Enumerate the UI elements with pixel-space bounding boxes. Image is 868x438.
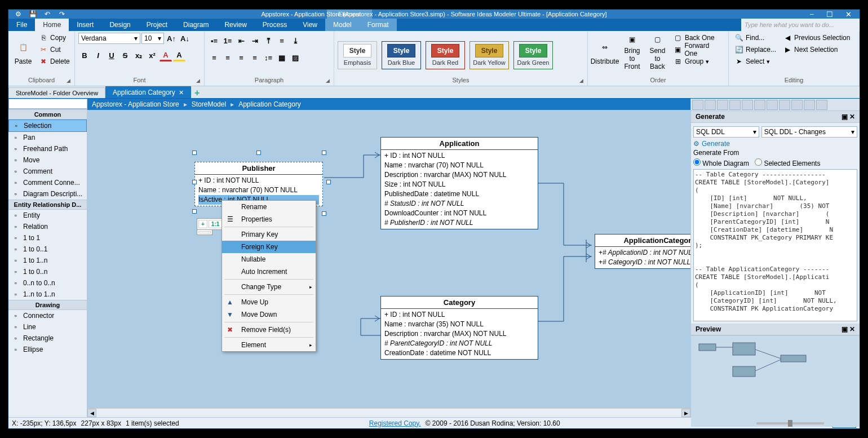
style-dark-yellow[interactable]: StyleDark Yellow (470, 41, 509, 69)
menu-view[interactable]: View (295, 19, 325, 31)
align-center-button[interactable]: ≡ (222, 51, 234, 64)
replace-button[interactable]: 🔄Replace... (732, 44, 778, 55)
radio-selected-elements[interactable]: Selected Elements (755, 158, 820, 167)
entity-application[interactable]: Application + ID : int NOT NULLName : nv… (380, 137, 538, 229)
menu-model[interactable]: Model (325, 19, 360, 31)
distribute-button[interactable]: ⇔Distribute (591, 32, 618, 72)
menu-format[interactable]: Format (360, 19, 397, 31)
toolbox-search-input[interactable] (8, 99, 87, 109)
entity-row[interactable]: PublishedDate : datetime NULL (384, 189, 534, 199)
ctx-properties[interactable]: ☰Properties (222, 213, 316, 225)
valign-bot-button[interactable]: ⤓ (289, 34, 302, 47)
tool-pan[interactable]: ▫Pan (8, 132, 87, 143)
tool-1-n-to-1-n[interactable]: ▫1..n to 1..n (8, 289, 87, 300)
entity-row[interactable]: # StatusID : int NOT NULL (384, 199, 534, 209)
ctx-move-down[interactable]: ▼Move Down (222, 308, 316, 321)
menu-diagram[interactable]: Diagram (175, 19, 216, 31)
tool-comment[interactable]: ▫Comment (8, 166, 87, 177)
ctx-remove-fields[interactable]: ✖Remove Field(s) (222, 324, 316, 336)
undo-icon[interactable]: ↶ (42, 10, 52, 18)
entity-row[interactable]: DownloadCounter : int NOT NULL (384, 209, 534, 218)
add-tab-button[interactable]: + (191, 88, 203, 98)
breadcrumb-item[interactable]: Application Category (238, 100, 301, 108)
bullets-button[interactable]: •≡ (208, 34, 220, 47)
ctx-move-up[interactable]: ▲Move Up (222, 296, 316, 308)
highlight-button[interactable]: A (173, 49, 185, 61)
menu-review[interactable]: Review (216, 19, 254, 31)
entity-row[interactable]: Size : int NOT NULL (384, 180, 534, 189)
next-selection-button[interactable]: ▶Next Selection (781, 44, 852, 55)
font-name-combo[interactable]: Verdana▾ (78, 33, 140, 44)
relationship-cardinality[interactable]: + 1:1 (197, 218, 224, 230)
entity-category[interactable]: Category + ID : int NOT NULLName : nvarc… (380, 296, 538, 360)
generate-mode-combo[interactable]: SQL DDL - Changes▾ (761, 126, 857, 138)
find-button[interactable]: 🔍Find... (732, 32, 778, 43)
entity-row[interactable]: Description : nvarchar (MAX) NOT NULL (384, 170, 534, 180)
tool-ellipse[interactable]: ▫Ellipse (8, 344, 87, 355)
tool-freehand-path[interactable]: ▫Freehand Path (8, 143, 87, 154)
breadcrumb-item[interactable]: Appstorex - Application Store (92, 100, 179, 108)
valign-mid-button[interactable]: ≡ (276, 34, 288, 47)
paragraph-launcher[interactable]: ◢ (326, 78, 333, 85)
rp-btn-4[interactable] (729, 100, 741, 110)
generate-link[interactable]: ⚙Generate (693, 139, 857, 149)
radio-whole-diagram[interactable]: Whole Diagram (693, 158, 749, 167)
rp-btn-3[interactable] (717, 100, 728, 110)
numbering-button[interactable]: 1≡ (222, 34, 234, 47)
selection-handle[interactable] (322, 211, 326, 216)
doctab-storemodel[interactable]: StoreModel - Folder Overview (8, 87, 105, 98)
borders-button[interactable]: ▦ (276, 51, 288, 64)
rp-btn-9[interactable] (791, 100, 803, 110)
maximize-button[interactable]: ☐ (826, 10, 833, 19)
style-dark-red[interactable]: StyleDark Red (426, 41, 465, 69)
paste-button[interactable]: 📋 Paste (12, 32, 34, 72)
doctab-appcategory[interactable]: Application Category ✕ (105, 86, 191, 98)
bold-button[interactable]: B (78, 49, 91, 61)
generate-type-combo[interactable]: SQL DDL▾ (693, 126, 759, 138)
align-right-button[interactable]: ≡ (235, 51, 247, 64)
copy-button[interactable]: ⎘Copy (37, 32, 72, 43)
tool-selection[interactable]: ▫Selection (8, 120, 87, 132)
prev-selection-button[interactable]: ◀Previous Selection (781, 32, 852, 43)
tool-entity[interactable]: ▫Entity (8, 210, 87, 221)
tool-move[interactable]: ▫Move (8, 154, 87, 166)
tool-rectangle[interactable]: ▫Rectangle (8, 333, 87, 344)
preview-panel-header[interactable]: Preview▣ ✕ (691, 324, 860, 335)
grow-font-button[interactable]: A↑ (165, 32, 178, 45)
tool-1-to-0-1[interactable]: ▫1 to 0..1 (8, 244, 87, 255)
entity-row[interactable]: Name : nvarchar (70) NOT NULL (198, 185, 319, 195)
ctx-nullable[interactable]: Nullable (222, 253, 316, 266)
entity-row[interactable]: # PublisherID : int NOT NULL (384, 218, 534, 228)
registered-copy-link[interactable]: Registered Copy. (369, 419, 421, 427)
tell-me-search[interactable]: Type here what you want to do... (741, 19, 860, 31)
entity-row[interactable]: Description : nvarchar (MAX) NOT NULL (384, 329, 534, 339)
align-left-button[interactable]: ≡ (208, 51, 220, 64)
indent-button[interactable]: ⇥ (249, 34, 261, 47)
generated-code-box[interactable]: -- Table Category ----------------- CREA… (693, 169, 857, 321)
canvas-hscrollbar[interactable]: ◀ ▶ (87, 408, 690, 417)
tool-1-to-1-n[interactable]: ▫1 to 1..n (8, 255, 87, 266)
group-button[interactable]: ⊞Group ▾ (671, 56, 725, 67)
clipboard-launcher[interactable]: ◢ (67, 78, 73, 85)
menu-file[interactable]: File (8, 19, 35, 31)
entity-appcategory[interactable]: ApplicationCategory +# ApplicationID : i… (595, 234, 690, 269)
line-spacing-button[interactable]: ↕≡ (262, 51, 274, 64)
ctx-rename[interactable]: Rename (222, 201, 316, 213)
redo-icon[interactable]: ↷ (57, 10, 67, 18)
tool-connector[interactable]: ▫Connector (8, 310, 87, 321)
selection-handle[interactable] (322, 151, 326, 155)
rp-btn-8[interactable] (779, 100, 790, 110)
close-button[interactable]: ✕ (845, 10, 852, 19)
shrink-font-button[interactable]: A↓ (179, 32, 191, 45)
shading-button[interactable]: ▨ (289, 51, 302, 64)
forward-one-button[interactable]: ▣Forward One (671, 44, 725, 55)
ctx-change-type[interactable]: Change Type▸ (222, 281, 316, 293)
select-button[interactable]: ➤Select ▾ (732, 56, 778, 67)
bring-to-front-button[interactable]: ▣Bring to Front (621, 32, 644, 72)
menu-project[interactable]: Project (139, 19, 175, 31)
italic-button[interactable]: I (92, 49, 104, 61)
valign-top-button[interactable]: ⤒ (262, 34, 274, 47)
rp-btn-7[interactable] (767, 100, 778, 110)
font-launcher[interactable]: ◢ (196, 78, 203, 85)
underline-button[interactable]: U (105, 49, 118, 61)
